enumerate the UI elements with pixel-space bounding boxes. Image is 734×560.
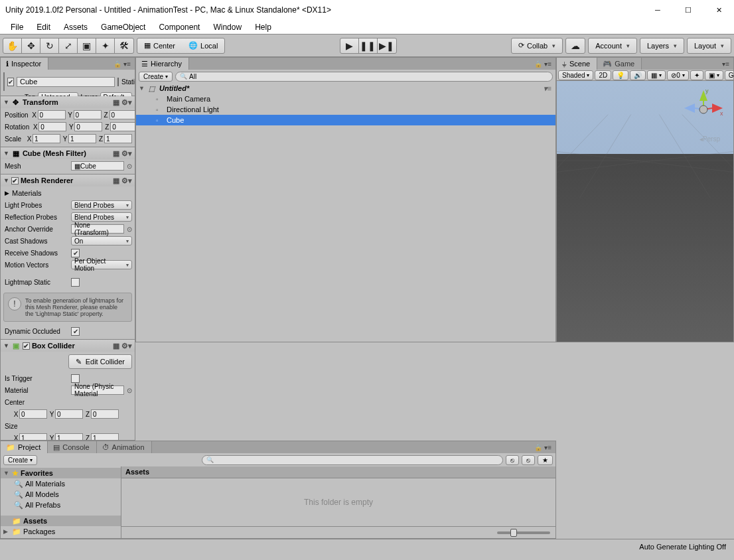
favorite-icon[interactable]: ★ [538,455,553,465]
shading-mode-dropdown[interactable]: Shaded [558,70,593,80]
play-button[interactable]: ▶ [340,38,359,53]
svg-line-3 [579,115,630,198]
lightmap-static-checkbox[interactable] [71,278,80,287]
thumbnail-size-slider[interactable] [497,531,550,534]
persp-label: ◂Persp [699,135,720,143]
favorite-item[interactable]: 🔍All Prefabs [1,500,121,510]
breadcrumb[interactable]: Assets [121,466,555,478]
pivot-local-button[interactable]: 🌐 Local [182,38,224,53]
menu-edit[interactable]: Edit [31,21,56,33]
transform-header[interactable]: ▼✥Transform▦ ⚙▾ [1,96,135,108]
is-trigger-checkbox[interactable] [71,374,80,383]
receive-shadows-checkbox[interactable]: ✔ [71,249,80,257]
assets-folder[interactable]: 📁 Assets [1,516,121,526]
minimize-button[interactable]: ─ [642,0,673,20]
meshfilter-header[interactable]: ▼▦Cube (Mesh Filter)▦ ⚙▾ [1,147,135,159]
status-text: Auto Generate Lighting Off [639,543,726,551]
scene-tab[interactable]: ⏚ Scene [557,58,597,70]
inspector-panel: ℹ Inspector 🔒 ▾≡ ✔ Static▾ Tag Untagged … [0,57,135,441]
maximize-button[interactable]: ☐ [673,0,703,20]
menu-assets[interactable]: Assets [58,21,93,33]
menu-file[interactable]: File [5,21,29,33]
collab-button[interactable]: ⟳ Collab [512,38,562,53]
mesh-field[interactable]: ▦ Cube [71,161,124,171]
hand-tool-icon[interactable]: ✋ [3,38,22,53]
rect-tool-icon[interactable]: ▣ [78,38,96,53]
favorite-item[interactable]: 🔍All Models [1,489,121,500]
motion-vectors-dropdown[interactable]: Per Object Motion [71,260,132,269]
lighting-toggle-icon[interactable]: 💡 [613,70,628,80]
pos-z-input[interactable] [110,110,135,119]
hierarchy-panel: ☰ Hierarchy 🔒 ▾≡ Create All ▼⬚Untitled*▾… [135,57,556,342]
scene-panel: ⏚ Scene 🎮 Game ▾≡ Shaded 2D 💡 🔊 ▦ ⊘0 ✦ ▣… [556,57,734,342]
layers-dropdown[interactable]: Layers [640,38,684,53]
gameobject-name-input[interactable] [17,77,115,87]
favorite-item[interactable]: 🔍All Materials [1,478,121,489]
step-button[interactable]: ▶❚ [378,38,396,53]
move-tool-icon[interactable]: ✥ [22,38,40,53]
physic-material-field[interactable]: None (Physic Material [71,385,124,395]
hierarchy-item[interactable]: ▫Main Camera [136,94,555,104]
filter-icon[interactable]: ⎋ [522,455,535,465]
hierarchy-item-selected[interactable]: ▫Cube [136,115,555,125]
refl-probes-dropdown[interactable]: Blend Probes [71,212,132,222]
menu-gameobject[interactable]: GameObject [96,21,151,33]
pivot-center-button[interactable]: ▦ Center [137,38,182,53]
meshfilter-icon: ▦ [11,149,21,158]
hierarchy-scene-root[interactable]: ▼⬚Untitled*▾≡ [136,83,555,94]
active-checkbox[interactable]: ✔ [7,78,14,86]
hidden-toggle-icon[interactable]: ⊘0 [667,70,689,80]
pause-button[interactable]: ❚❚ [359,38,378,53]
static-checkbox[interactable] [117,78,119,86]
filter-icon[interactable]: ⎋ [506,455,519,465]
project-create-button[interactable]: Create [3,455,37,465]
info-icon: ! [8,297,21,311]
hierarchy-item[interactable]: ▫Directional Light [136,104,555,115]
inspector-tab[interactable]: ℹ Inspector [1,58,48,70]
scene-viewport[interactable]: y x ◂Persp [557,81,733,342]
boxcollider-icon: ▣ [11,341,21,350]
dynamic-occluded-checkbox[interactable]: ✔ [71,327,80,336]
project-tab[interactable]: 📁 Project [1,441,48,453]
2d-toggle[interactable]: 2D [595,70,611,80]
gizmo-icon[interactable]: ✦ [690,70,703,80]
camera-icon[interactable]: ▣ [705,70,723,80]
hierarchy-create-button[interactable]: Create [139,72,173,82]
scene-gizmo-icon[interactable]: y x [680,86,727,133]
game-tab[interactable]: 🎮 Game [597,58,642,70]
project-search-input[interactable] [202,455,503,465]
hierarchy-search-input[interactable]: All [175,72,553,82]
menu-window[interactable]: Window [208,21,247,33]
light-probes-dropdown[interactable]: Blend Probes [71,200,132,210]
account-dropdown[interactable]: Account [589,38,636,53]
fx-toggle-icon[interactable]: ▦ [647,70,666,80]
cloud-icon[interactable]: ☁ [566,38,585,53]
gizmos-dropdown[interactable]: Gizmos [725,70,734,80]
window-title: Unity 2019.1.0f2 Personal - Untitled - A… [5,5,331,15]
rotate-tool-icon[interactable]: ↻ [40,38,59,53]
boxcollider-header[interactable]: ▼▣✔Box Collider▦ ⚙▾ [1,340,135,352]
packages-folder[interactable]: ▶📁 Packages [1,526,121,537]
hierarchy-tab[interactable]: ☰ Hierarchy [136,58,189,70]
favorites-folder[interactable]: ▼★Favorites [1,468,121,478]
transform-tool-icon[interactable]: ✦ [96,38,115,53]
pos-x-input[interactable] [38,110,66,119]
edit-collider-button[interactable]: ✎Edit Collider [68,354,132,369]
svg-text:y: y [705,88,709,94]
svg-marker-12 [684,104,695,113]
anchor-field[interactable]: None (Transform) [71,224,124,234]
meshrenderer-header[interactable]: ▼✔Mesh Renderer▦ ⚙▾ [1,175,135,186]
console-tab[interactable]: ▤ Console [48,441,96,453]
panel-menu-icon[interactable]: 🔒 ▾≡ [534,60,555,68]
menu-component[interactable]: Component [153,21,205,33]
menu-help[interactable]: Help [250,21,277,33]
close-button[interactable]: ✕ [703,0,734,20]
cast-shadows-dropdown[interactable]: On [71,236,132,245]
animation-tab[interactable]: ⏱ Animation [97,441,152,453]
pos-y-input[interactable] [74,110,102,119]
scale-tool-icon[interactable]: ⤢ [59,38,78,53]
custom-tool-icon[interactable]: 🛠 [115,38,133,53]
layout-dropdown[interactable]: Layout [688,38,731,53]
gameobject-icon[interactable] [3,72,5,91]
audio-toggle-icon[interactable]: 🔊 [630,70,646,80]
